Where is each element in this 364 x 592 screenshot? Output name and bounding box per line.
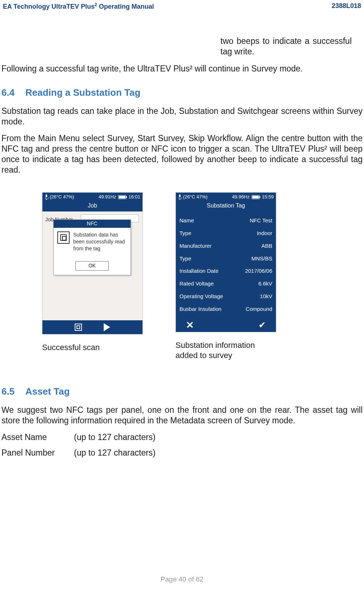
battery-icon	[118, 195, 126, 199]
field-key: Type	[179, 230, 191, 237]
field-key: Busbar Insulation	[179, 306, 222, 313]
mic-icon	[178, 194, 182, 200]
figure-caption: Substation information added to survey	[175, 340, 276, 360]
status-temp: (26°C 47%)	[50, 194, 74, 200]
attr-key: Asset Name	[1, 432, 74, 443]
dialog-title: NFC	[54, 220, 131, 228]
header-left: EA Technology UltraTEV Plus2 Operating M…	[3, 2, 154, 11]
paragraph: Substation tag reads can take place in t…	[1, 106, 363, 127]
paragraph: From the Main Menu select Survey, Start …	[1, 133, 363, 175]
mic-icon	[45, 194, 48, 200]
table-row: TypeMNS/BS	[179, 252, 272, 265]
header-title-suffix: Operating Manual	[97, 3, 154, 10]
dialog-message: Substation data has been successfully re…	[73, 231, 127, 252]
nfc-dialog: NFC Substation data has been successfull…	[53, 219, 131, 275]
attr-key: Panel Number	[1, 448, 74, 458]
tag-fields-table: NameNFC Test TypeIndoor ManufacturerABB …	[176, 211, 276, 318]
table-row: Installation Date2017/06/06	[179, 265, 272, 278]
field-val: 10kV	[260, 293, 272, 300]
ok-button[interactable]: OK	[75, 261, 109, 271]
paragraph: Following a successful tag write, the Ul…	[1, 63, 363, 74]
field-key: Rated Voltage	[179, 280, 214, 287]
field-val: NFC Test	[250, 217, 272, 224]
field-val: MNS/BS	[251, 255, 272, 262]
attr-val: (up to 127 characters)	[74, 448, 156, 458]
page-header: EA Technology UltraTEV Plus2 Operating M…	[0, 0, 364, 11]
header-sup: 2	[95, 2, 97, 7]
status-time: 16:01	[128, 194, 140, 200]
heading-num: 6.4	[1, 87, 25, 99]
device-screenshot-substation-tag: (26°C 47%) 49.96Hz 15:59 Substation Tag …	[175, 192, 276, 332]
field-val: 6.6kV	[258, 280, 272, 287]
close-icon[interactable]: ✕	[186, 320, 194, 330]
screen-body: NameNFC Test TypeIndoor ManufacturerABB …	[176, 211, 276, 318]
table-row: Busbar InsulationCompound	[179, 303, 272, 316]
field-val: Compound	[246, 306, 272, 313]
field-key: Type	[179, 255, 191, 262]
header-docnum: 2388L018	[332, 2, 361, 11]
heading-6-5: 6.5Asset Tag	[1, 386, 363, 398]
screen-title: Job	[42, 201, 142, 211]
status-bar: (26°C 47%) 49.96Hz 15:59	[176, 193, 276, 201]
heading-title: Asset Tag	[25, 386, 70, 397]
field-key: Operating Voltage	[179, 293, 223, 300]
table-row: Operating Voltage10kV	[179, 290, 272, 303]
status-freq: 49.91Hz	[99, 194, 116, 200]
figure-right: (26°C 47%) 49.96Hz 15:59 Substation Tag …	[175, 192, 276, 360]
asset-attr-list: Asset Name (up to 127 characters) Panel …	[1, 432, 363, 458]
paragraph: We suggest two NFC tags per panel, one o…	[1, 405, 363, 426]
field-val: 2017/06/06	[245, 268, 272, 275]
table-row: TypeIndoor	[179, 227, 272, 240]
device-screenshot-job: (26°C 47%) 49.91Hz 16:01 Job Job Number	[42, 192, 143, 334]
nfc-scan-icon[interactable]	[75, 324, 82, 331]
status-time: 15:59	[262, 194, 274, 200]
screen-title: Substation Tag	[176, 201, 276, 211]
list-item: Panel Number (up to 127 characters)	[1, 448, 363, 458]
field-key: Installation Date	[179, 268, 219, 275]
list-item: Asset Name (up to 127 characters)	[1, 432, 363, 443]
page-footer: Page 40 of 82	[0, 575, 364, 583]
caption-line: added to survey	[175, 351, 232, 360]
table-row: NameNFC Test	[179, 214, 272, 227]
header-title-prefix: EA Technology UltraTEV Plus	[3, 3, 95, 10]
bottom-bar: ✕ ✔	[176, 318, 276, 332]
figure-left: (26°C 47%) 49.91Hz 16:01 Job Job Number	[42, 192, 143, 353]
check-icon[interactable]: ✔	[258, 320, 266, 330]
status-bar: (26°C 47%) 49.91Hz 16:01	[42, 193, 142, 201]
heading-num: 6.5	[1, 386, 25, 398]
play-icon[interactable]	[104, 323, 110, 331]
continued-paragraph: two beeps to indicate a successful tag w…	[220, 36, 352, 57]
nfc-icon	[57, 231, 70, 244]
field-key: Name	[179, 217, 194, 224]
figures-row: (26°C 47%) 49.91Hz 16:01 Job Job Number	[42, 192, 363, 360]
table-row: Rated Voltage6.6kV	[179, 278, 272, 290]
caption-line: Substation information	[175, 341, 255, 350]
field-val: Indoor	[257, 230, 272, 237]
field-val: ABB	[261, 243, 272, 250]
bottom-bar	[42, 320, 142, 334]
field-key: Manufacturer	[179, 243, 211, 250]
status-temp: (26°C 47%)	[183, 194, 207, 200]
status-freq: 49.96Hz	[232, 194, 249, 200]
figure-caption: Successful scan	[42, 342, 143, 353]
battery-icon	[252, 195, 260, 199]
table-row: ManufacturerABB	[179, 240, 272, 252]
screen-body: Job Number NFC Substation data has been …	[42, 211, 142, 320]
attr-val: (up to 127 characters)	[74, 432, 156, 443]
heading-6-4: 6.4Reading a Substation Tag	[1, 87, 363, 99]
heading-title: Reading a Substation Tag	[25, 87, 140, 98]
